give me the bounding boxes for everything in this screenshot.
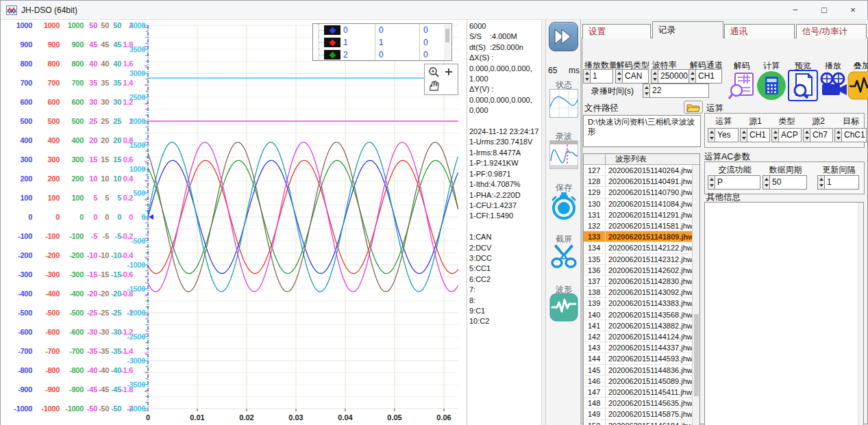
file-list-row[interactable]: 12720200620151140264.jhw bbox=[584, 165, 693, 176]
record-time-down-arrow-icon[interactable] bbox=[643, 91, 649, 98]
record-time-spinner[interactable] bbox=[643, 83, 650, 98]
action-button-overlay[interactable] bbox=[847, 70, 868, 101]
ac-input-1-down-arrow-icon[interactable] bbox=[708, 183, 715, 190]
ac-input-3-value[interactable]: 1 bbox=[825, 175, 859, 190]
field-input-4-spinner[interactable] bbox=[689, 69, 696, 83]
op-input-2-value[interactable]: CH1 bbox=[747, 128, 770, 142]
file-list-row[interactable]: 13520200620151142312.jhw bbox=[584, 254, 693, 265]
op-input-2-down-arrow-icon[interactable] bbox=[741, 136, 747, 142]
file-path-input[interactable]: D:\快速访问资料\三相机录波波形 bbox=[583, 115, 701, 147]
ac-input-3-up-arrow-icon[interactable] bbox=[818, 176, 824, 183]
field-input-2-value[interactable]: CAN bbox=[623, 69, 649, 83]
op-input-5-up-arrow-icon[interactable] bbox=[835, 129, 841, 136]
field-input-4-value[interactable]: CH1 bbox=[696, 69, 722, 83]
ac-input-1-value[interactable]: P bbox=[715, 175, 760, 190]
minimize-icon[interactable]: − bbox=[781, 1, 810, 19]
file-list-row[interactable]: 14220200620151144124.jhw bbox=[584, 331, 693, 342]
op-input-4-down-arrow-icon[interactable] bbox=[804, 136, 810, 142]
ac-input-2-spinner[interactable] bbox=[762, 175, 770, 190]
file-list-row[interactable]: 14420200620151144593.jhw bbox=[584, 353, 693, 364]
tool-button-stopwatch[interactable] bbox=[549, 191, 578, 220]
file-list-row[interactable]: 13020200620151141084.jhw bbox=[584, 198, 693, 209]
field-input-2-spinner[interactable] bbox=[615, 69, 623, 83]
file-list-row[interactable]: 14820200620151145635.jhw bbox=[584, 398, 693, 409]
record-time-up-arrow-icon[interactable] bbox=[643, 84, 649, 91]
field-input-4-down-arrow-icon[interactable] bbox=[689, 77, 695, 83]
tab-4[interactable]: 信号/功率计 bbox=[796, 24, 867, 38]
legend-scroll-thumb[interactable] bbox=[445, 29, 449, 42]
browse-folder-button[interactable] bbox=[684, 101, 703, 114]
op-input-1-up-arrow-icon[interactable] bbox=[708, 129, 715, 136]
op-input-1-spinner[interactable] bbox=[708, 128, 715, 142]
legend-plot-marker[interactable] bbox=[324, 25, 340, 35]
file-list-scrollbar[interactable] bbox=[692, 165, 699, 425]
file-list-row[interactable]: 13620200620151142602.jhw bbox=[584, 265, 693, 276]
field-input-3-value[interactable]: 250000 bbox=[658, 69, 691, 83]
ac-input-2-up-arrow-icon[interactable] bbox=[763, 176, 769, 183]
file-list-row[interactable]: 14720200620151145411.jhw bbox=[584, 387, 693, 398]
field-input-1-spinner[interactable] bbox=[583, 69, 591, 83]
legend-row[interactable]: 200 bbox=[313, 49, 451, 61]
field-input-1-down-arrow-icon[interactable] bbox=[584, 77, 590, 83]
plot-legend[interactable]: 000110200300 bbox=[312, 23, 452, 61]
op-input-3-spinner[interactable] bbox=[771, 128, 779, 142]
file-list-row[interactable]: 14920200620151145875.jhw bbox=[584, 409, 693, 420]
file-list-row[interactable]: 12820200620151140491.jhw bbox=[584, 176, 693, 187]
action-button-camera[interactable] bbox=[818, 70, 848, 101]
ac-input-1-spinner[interactable] bbox=[708, 175, 715, 190]
legend-plot-marker[interactable] bbox=[324, 50, 340, 60]
op-input-2-up-arrow-icon[interactable] bbox=[741, 129, 747, 136]
field-input-1-value[interactable]: 1 bbox=[591, 69, 613, 83]
ac-input-2-down-arrow-icon[interactable] bbox=[763, 183, 769, 190]
file-list-row[interactable]: 14620200620151145089.jhw bbox=[584, 376, 693, 387]
action-button-calculator[interactable] bbox=[756, 70, 786, 101]
op-input-5-value[interactable]: ChC1 bbox=[842, 128, 867, 142]
legend-scrollbar[interactable] bbox=[444, 25, 451, 60]
op-input-3-up-arrow-icon[interactable] bbox=[772, 129, 778, 136]
file-list-row[interactable]: 14120200620151143882.jhw bbox=[584, 320, 693, 331]
file-list-row[interactable]: 13420200620151142122.jhw bbox=[584, 242, 693, 253]
op-input-4-up-arrow-icon[interactable] bbox=[804, 129, 810, 136]
record-time-value[interactable]: 22 bbox=[650, 83, 709, 98]
op-input-4-spinner[interactable] bbox=[803, 128, 810, 142]
field-input-3-down-arrow-icon[interactable] bbox=[652, 77, 658, 83]
file-list-row[interactable]: 13920200620151143383.jhw bbox=[584, 298, 693, 309]
op-input-3-down-arrow-icon[interactable] bbox=[772, 136, 778, 142]
file-list-row[interactable]: 15020200620151146184.jhw bbox=[584, 420, 693, 425]
legend-plot-marker[interactable] bbox=[324, 38, 340, 47]
ac-input-3-spinner[interactable] bbox=[817, 175, 825, 190]
field-input-1-up-arrow-icon[interactable] bbox=[584, 70, 590, 77]
file-list-scroll-thumb[interactable] bbox=[694, 314, 699, 396]
op-input-4-value[interactable]: Ch7 bbox=[810, 128, 833, 142]
tab-2[interactable]: 记录 bbox=[652, 21, 723, 38]
file-list-row[interactable]: 14020200620151143568.jhw bbox=[584, 309, 693, 320]
file-list-row[interactable]: 13320200620151141809.jhw bbox=[584, 231, 693, 242]
file-list-row[interactable]: 14520200620151144836.jhw bbox=[584, 365, 693, 376]
fast-forward-button[interactable] bbox=[549, 22, 578, 51]
field-input-3-up-arrow-icon[interactable] bbox=[652, 70, 658, 77]
op-input-2-spinner[interactable] bbox=[740, 128, 747, 142]
op-input-3-value[interactable]: ACP bbox=[779, 128, 802, 142]
legend-row[interactable]: 000 bbox=[313, 24, 451, 36]
ac-input-2-value[interactable]: 50 bbox=[770, 175, 807, 190]
tool-button-status-wave[interactable] bbox=[549, 89, 578, 118]
legend-row[interactable]: 110 bbox=[313, 36, 451, 49]
tab-1[interactable]: 设置 bbox=[582, 24, 651, 38]
tool-button-record-wave[interactable] bbox=[549, 140, 578, 169]
file-list-row[interactable]: 13120200620151141291.jhw bbox=[584, 209, 693, 220]
file-list-row[interactable]: 12920200620151140790.jhw bbox=[584, 187, 693, 198]
action-button-decode[interactable] bbox=[727, 70, 757, 101]
ac-input-3-down-arrow-icon[interactable] bbox=[818, 183, 824, 190]
file-list-row[interactable]: 13820200620151143092.jhw bbox=[584, 287, 693, 298]
other-info-scrollbar[interactable] bbox=[858, 203, 863, 425]
field-input-4-up-arrow-icon[interactable] bbox=[689, 70, 695, 77]
tool-button-waveform[interactable] bbox=[549, 293, 578, 322]
field-input-2-up-arrow-icon[interactable] bbox=[616, 70, 622, 77]
field-input-3-spinner[interactable] bbox=[651, 69, 658, 83]
op-input-1-down-arrow-icon[interactable] bbox=[708, 136, 715, 142]
close-icon[interactable]: × bbox=[839, 1, 867, 19]
ac-input-1-up-arrow-icon[interactable] bbox=[708, 176, 715, 183]
op-input-5-down-arrow-icon[interactable] bbox=[835, 136, 841, 142]
file-list-row[interactable]: 13220200620151141581.jhw bbox=[584, 220, 693, 231]
file-list-row[interactable]: 14320200620151144337.jhw bbox=[584, 342, 693, 353]
